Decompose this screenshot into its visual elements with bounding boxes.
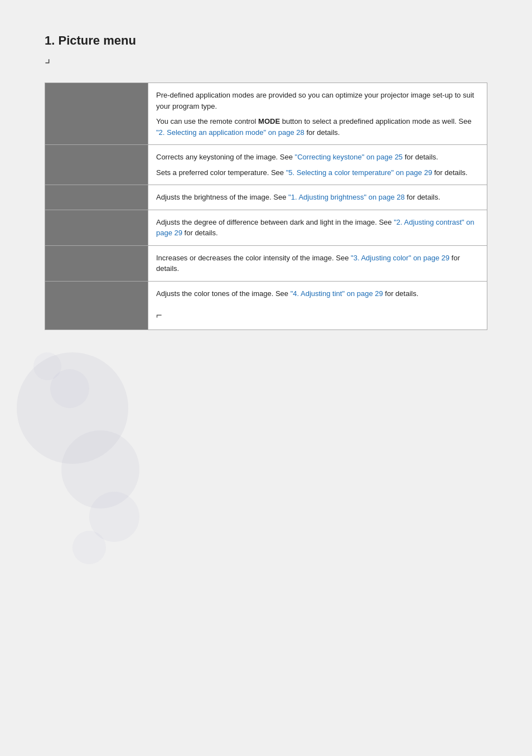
reference-link[interactable]: "Correcting keystone" on page 25 [295, 153, 403, 161]
row-label-2 [45, 185, 148, 210]
reference-link[interactable]: "1. Adjusting brightness" on page 28 [288, 193, 405, 201]
reference-link[interactable]: "5. Selecting a color temperature" on pa… [286, 168, 432, 177]
row-label-1 [45, 145, 148, 185]
description-paragraph: Corrects any keystoning of the image. Se… [156, 152, 479, 163]
row-label-3 [45, 210, 148, 245]
row-desc-4: Increases or decreases the color intensi… [148, 245, 487, 281]
row-desc-0: Pre-defined application modes are provid… [148, 83, 487, 145]
reference-link[interactable]: "2. Adjusting contrast" on page 29 [156, 218, 475, 238]
row-desc-5: Adjusts the color tones of the image. Se… [148, 281, 487, 330]
row-label-5 [45, 281, 148, 330]
description-paragraph: Adjusts the color tones of the image. Se… [156, 288, 479, 299]
top-note-icon: ⌟ [45, 51, 50, 66]
description-paragraph: You can use the remote control MODE butt… [156, 116, 479, 138]
description-paragraph: Adjusts the brightness of the image. See… [156, 192, 479, 203]
picture-menu-table: Pre-defined application modes are provid… [45, 83, 487, 330]
description-paragraph: Sets a preferred color temperature. See … [156, 167, 479, 178]
bold-keyword: MODE [258, 117, 280, 125]
row-desc-1: Corrects any keystoning of the image. Se… [148, 145, 487, 185]
description-paragraph: Adjusts the degree of difference between… [156, 217, 479, 239]
reference-link[interactable]: "4. Adjusting tint" on page 29 [291, 289, 383, 298]
row-desc-3: Adjusts the degree of difference between… [148, 210, 487, 245]
inline-note-icon: ⌐ [156, 308, 162, 323]
reference-link[interactable]: "3. Adjusting color" on page 29 [351, 254, 449, 262]
description-paragraph: Pre-defined application modes are provid… [156, 90, 479, 112]
row-label-0 [45, 83, 148, 145]
page-title: 1. Picture menu [45, 33, 487, 48]
bottom-decoration-area [45, 352, 487, 575]
row-label-4 [45, 245, 148, 281]
description-paragraph: Increases or decreases the color intensi… [156, 253, 479, 274]
row-desc-2: Adjusts the brightness of the image. See… [148, 185, 487, 210]
reference-link[interactable]: "2. Selecting an application mode" on pa… [156, 128, 304, 137]
